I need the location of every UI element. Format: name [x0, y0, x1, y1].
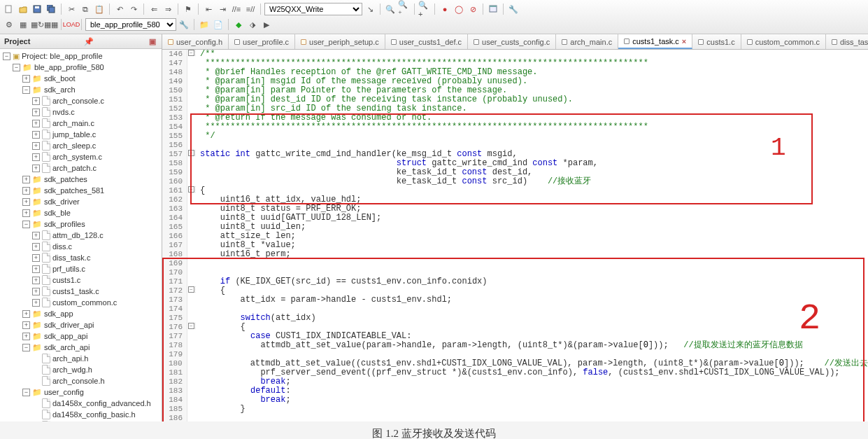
editor-tab[interactable]: diss_task.c	[826, 34, 868, 49]
tree-folder[interactable]: −📁user_config	[3, 386, 160, 398]
tree-file[interactable]: arch_console.h	[3, 375, 160, 386]
project-root-label[interactable]: Project: ble_app_profile	[22, 50, 103, 62]
tree-folder[interactable]: +📁sdk_boot	[3, 73, 160, 84]
tree-folder[interactable]: +📁sdk_app	[3, 308, 160, 319]
tree-folder[interactable]: +📁sdk_patches	[3, 174, 160, 185]
editor-tab[interactable]: custs1.c	[692, 34, 741, 49]
file-ext-icon[interactable]: 📄	[212, 18, 225, 31]
tree-file[interactable]: +arch_main.c	[3, 118, 160, 129]
twisty-icon[interactable]	[32, 411, 40, 419]
twisty-icon[interactable]: +	[32, 97, 40, 105]
configure-icon[interactable]: 🔧	[507, 3, 520, 15]
twisty-icon[interactable]: +	[22, 209, 30, 217]
tree-folder[interactable]: +📁sdk_driver	[3, 196, 160, 207]
twisty-icon[interactable]: −	[3, 53, 10, 60]
tree-file[interactable]: +arch_patch.c	[3, 162, 160, 174]
debug-start-icon[interactable]: ●	[439, 3, 451, 15]
editor-tab[interactable]: arch_main.c	[556, 34, 618, 49]
tree-folder[interactable]: +📁sdk_driver_api	[3, 319, 160, 330]
code-line[interactable]: 154 ************************************…	[162, 123, 868, 132]
tree-file[interactable]: +arch_system.c	[3, 151, 160, 162]
nav-fwd-icon[interactable]: ⇒	[162, 3, 174, 15]
copy-icon[interactable]: ⧉	[79, 3, 92, 15]
indent-left-icon[interactable]: ⇤	[202, 3, 215, 15]
twisty-icon[interactable]: +	[22, 333, 30, 340]
twisty-icon[interactable]: +	[32, 277, 40, 284]
bookmark-icon[interactable]: ⚑	[182, 3, 194, 15]
tree-folder[interactable]: −📁sdk_arch	[3, 84, 160, 95]
code-line[interactable]: 160 ke_task_id_t const src_id) //接收蓝牙	[162, 177, 868, 186]
new-file-icon[interactable]	[3, 3, 15, 15]
tree-folder[interactable]: +📁sdk_app_api	[3, 330, 160, 342]
code-line[interactable]: 168 uint16_t perm;	[162, 250, 868, 259]
tree-file[interactable]: +diss.c	[3, 241, 160, 252]
run-icon[interactable]: ▶	[260, 18, 273, 31]
twisty-icon[interactable]: +	[32, 232, 40, 239]
editor-tab[interactable]: custs1_task.c×	[618, 34, 692, 49]
code-scroll[interactable]: 146−/**147 *****************************…	[162, 50, 868, 421]
code-line[interactable]: 186	[162, 414, 868, 421]
goto-symbol-icon[interactable]: ↘	[364, 3, 376, 15]
editor-tab[interactable]: user_custs_config.c	[468, 34, 556, 49]
editor-tab[interactable]: custom_common.c	[741, 34, 826, 49]
tree-file[interactable]: +jump_table.c	[3, 129, 160, 140]
fold-gutter[interactable]: −	[187, 323, 196, 329]
uncomment-icon[interactable]: ≡//	[244, 3, 257, 15]
breakpoint-icon[interactable]: ◯	[453, 3, 465, 15]
fold-gutter[interactable]: −	[187, 186, 196, 193]
find-in-files-icon[interactable]: 🔍⁺	[398, 3, 411, 15]
twisty-icon[interactable]: +	[32, 243, 40, 251]
editor-tab[interactable]: user_profile.c	[229, 34, 295, 49]
manage-project-icon[interactable]: 📁	[198, 18, 211, 31]
tree-file[interactable]: arch_api.h	[3, 353, 160, 364]
undo-icon[interactable]: ↶	[113, 3, 126, 15]
build-icon[interactable]: ▦	[17, 18, 29, 31]
code-line[interactable]: 185 }	[162, 405, 868, 414]
simulator-icon[interactable]: ⬗	[246, 18, 259, 31]
tree-file[interactable]: +custom_common.c	[3, 297, 160, 308]
build-target-icon[interactable]: ⚙	[3, 18, 15, 31]
save-all-icon[interactable]	[45, 3, 57, 15]
window-icon[interactable]	[487, 3, 499, 15]
tree-folder[interactable]: +📁sdk_patches_581	[3, 185, 160, 196]
twisty-icon[interactable]: +	[22, 176, 30, 183]
tree-folder[interactable]: −📁sdk_arch_api	[3, 342, 160, 353]
twisty-icon[interactable]: +	[32, 288, 40, 295]
tree-file[interactable]: user_callback_config.h	[3, 420, 160, 421]
cut-icon[interactable]: ✂	[65, 3, 78, 15]
twisty-icon[interactable]: +	[32, 142, 40, 150]
save-icon[interactable]	[31, 3, 43, 15]
redo-icon[interactable]: ↷	[127, 3, 140, 15]
pack-installer-icon[interactable]: ◆	[232, 18, 245, 31]
tree-folder[interactable]: −📁ble_app_profile_580	[3, 62, 160, 73]
tree-folder[interactable]: −📁sdk_profiles	[3, 218, 160, 230]
comment-icon[interactable]: //≡	[230, 3, 243, 15]
twisty-icon[interactable]: +	[32, 254, 40, 262]
nav-back-icon[interactable]: ⇐	[148, 3, 160, 15]
twisty-icon[interactable]: −	[22, 221, 30, 228]
rebuild-icon[interactable]: ▦↻	[31, 18, 43, 31]
fold-gutter[interactable]: −	[187, 286, 196, 293]
twisty-icon[interactable]	[32, 400, 40, 407]
twisty-icon[interactable]: +	[22, 198, 30, 206]
symbol-combo[interactable]: W25QXX_Write	[264, 3, 362, 15]
code-view[interactable]: 146−/**147 *****************************…	[162, 50, 868, 421]
twisty-icon[interactable]: +	[32, 153, 40, 161]
target-combo[interactable]: ble_app_profile_580	[85, 18, 176, 31]
code-line[interactable]: 169	[162, 259, 868, 268]
batch-build-icon[interactable]: ▦▦	[45, 18, 57, 31]
fold-gutter[interactable]: −	[187, 50, 196, 56]
tree-file[interactable]: da1458x_config_advanced.h	[3, 398, 160, 409]
twisty-icon[interactable]	[32, 366, 40, 374]
tree-file[interactable]: +prf_utils.c	[3, 263, 160, 274]
fold-gutter[interactable]: −	[187, 150, 196, 156]
twisty-icon[interactable]: +	[22, 321, 30, 329]
code-line[interactable]: 184 break;	[162, 396, 868, 405]
tree-file[interactable]: +nvds.c	[3, 106, 160, 118]
breakpoint-disable-icon[interactable]: ⊘	[467, 3, 479, 15]
twisty-icon[interactable]: +	[32, 120, 40, 127]
twisty-icon[interactable]: +	[22, 187, 30, 195]
download-icon[interactable]: LOAD	[65, 18, 78, 31]
tree-file[interactable]: arch_wdg.h	[3, 364, 160, 375]
options-icon[interactable]: 🔧	[178, 18, 190, 31]
